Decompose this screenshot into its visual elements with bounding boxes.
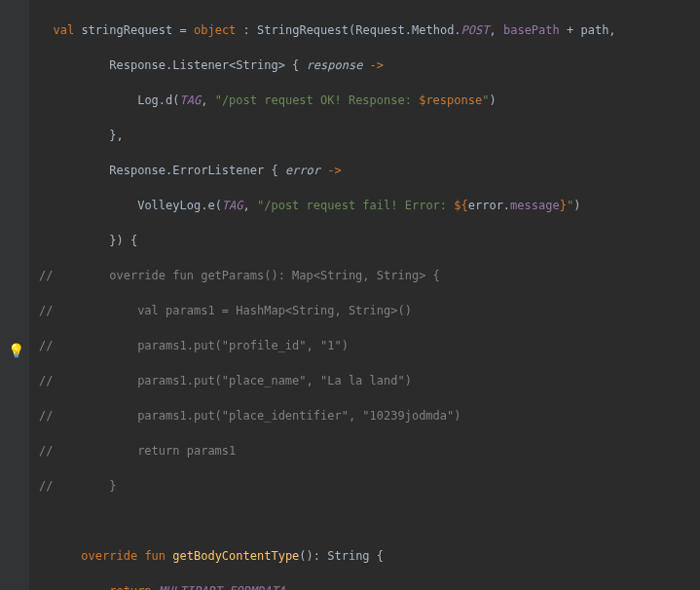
code-line[interactable] [0,512,700,530]
code-line[interactable]: // params1.put("profile_id", "1") [0,337,700,354]
code-line[interactable]: Log.d(TAG, "/post request OK! Response: … [0,92,700,109]
code-line[interactable]: Response.ErrorListener { error -> [0,162,700,179]
code-line[interactable]: // return params1 [0,442,700,460]
code-editor[interactable]: val stringRequest = object : StringReque… [0,0,700,590]
code-line[interactable]: return MULTIPART_FORMDATA [0,582,700,590]
code-line[interactable]: }) { [0,232,700,249]
intention-bulb-icon[interactable]: 💡 [8,341,24,361]
code-line[interactable]: val stringRequest = object : StringReque… [0,21,700,39]
code-line[interactable]: // params1.put("place_identifier", "1023… [0,407,700,424]
code-line[interactable]: // override fun getParams(): Map<String,… [0,267,700,284]
code-line[interactable]: }, [0,127,700,144]
code-line[interactable]: Response.Listener<String> { response -> [0,56,700,74]
code-line[interactable]: // } [0,477,700,495]
code-line[interactable]: // params1.put("place_name", "La la land… [0,372,700,389]
code-line[interactable]: // val params1 = HashMap<String, String>… [0,302,700,319]
gutter: 💡 [0,0,29,590]
code-line[interactable]: VolleyLog.e(TAG, "/post request fail! Er… [0,197,700,214]
code-line[interactable]: override fun getBodyContentType(): Strin… [0,547,700,565]
